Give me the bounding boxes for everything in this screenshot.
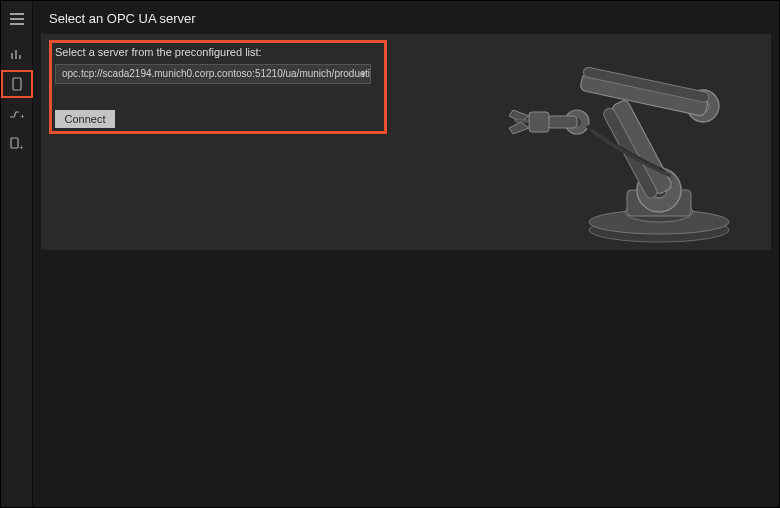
robot-arm-illustration [469,40,759,244]
svg-point-12 [625,202,693,222]
empty-lower-area [33,258,779,507]
chevron-down-icon: ▾ [361,65,366,83]
svg-text:+: + [20,112,25,120]
svg-rect-17 [602,106,660,200]
add-device-icon: + [10,137,24,151]
server-select-value: opc.tcp://scada2194.munich0.corp.contoso… [62,68,371,79]
svg-rect-24 [547,116,577,128]
svg-point-18 [687,90,719,122]
svg-text:+: + [19,143,24,151]
sidebar-item-server[interactable] [3,72,31,96]
sidebar-item-config[interactable]: + [3,102,31,126]
menu-icon [9,12,25,26]
svg-point-22 [565,110,589,134]
server-select[interactable]: opc.tcp://scada2194.munich0.corp.contoso… [55,64,371,84]
page-title: Select an OPC UA server [33,1,779,34]
svg-point-23 [573,118,581,126]
content-panel: Select a server from the preconfigured l… [41,34,771,250]
svg-point-15 [651,182,667,198]
hamburger-menu[interactable] [3,5,31,33]
chart-icon [10,48,24,60]
sidebar-item-dashboard[interactable] [3,42,31,66]
svg-point-19 [697,100,709,112]
connect-button[interactable]: Connect [55,110,115,128]
sidebar-item-add-device[interactable]: + [3,132,31,156]
server-select-label: Select a server from the preconfigured l… [55,46,371,58]
sidebar: + + [1,1,33,507]
svg-rect-25 [529,112,549,132]
svg-point-10 [589,218,729,242]
svg-rect-13 [627,190,691,216]
server-form: Select a server from the preconfigured l… [41,34,385,250]
main-area: Select an OPC UA server Select a server … [33,1,779,507]
config-icon: + [9,108,25,120]
svg-rect-21 [583,67,710,103]
app-root: + + Select an OPC UA server Select a ser… [1,1,779,507]
svg-rect-6 [13,78,21,90]
svg-point-14 [637,168,681,212]
svg-point-11 [589,210,729,234]
svg-rect-8 [11,138,18,148]
svg-rect-20 [580,72,709,116]
device-icon [12,77,22,91]
svg-rect-16 [610,99,673,196]
